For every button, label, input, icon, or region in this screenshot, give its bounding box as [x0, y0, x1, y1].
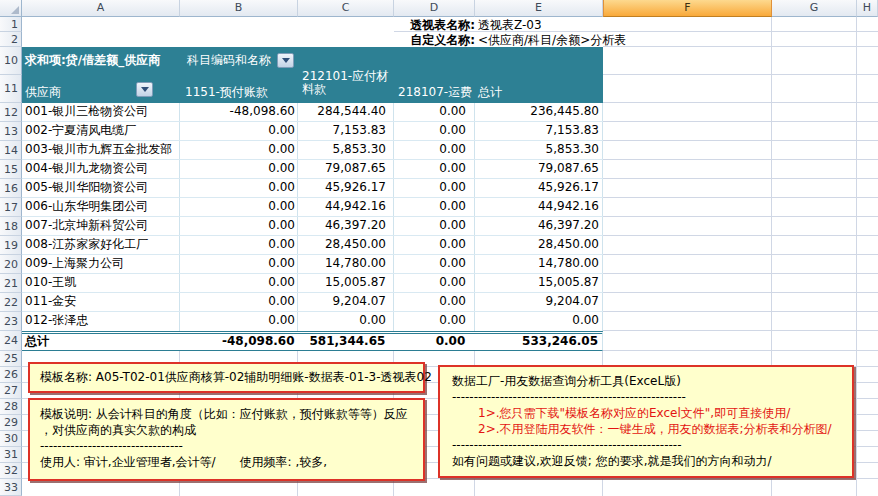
- value-cell[interactable]: 0.00: [180, 160, 298, 178]
- value-cell[interactable]: -48,098.60: [180, 103, 298, 121]
- pivot-column-field-label[interactable]: 科目编码和名称: [187, 52, 271, 68]
- value-cell[interactable]: 14,780.00: [298, 255, 394, 273]
- value-cell[interactable]: 15,005.87: [475, 274, 603, 292]
- row-header-26[interactable]: 26: [0, 367, 22, 383]
- row-header-25[interactable]: 25: [0, 351, 22, 367]
- total-value-cell[interactable]: 0.00: [393, 334, 474, 350]
- column-field-filter-dropdown[interactable]: [277, 53, 294, 68]
- value-cell[interactable]: 0.00: [394, 293, 475, 311]
- row-header-32[interactable]: 32: [0, 463, 22, 479]
- row-header-22[interactable]: 22: [0, 293, 22, 312]
- pivot-name-value[interactable]: 透视表Z-03: [478, 18, 542, 32]
- supplier-cell[interactable]: 011-金安: [22, 293, 180, 311]
- value-cell[interactable]: 44,942.16: [475, 198, 603, 216]
- value-cell[interactable]: 0.00: [180, 312, 298, 331]
- column-header-G[interactable]: G: [772, 0, 857, 17]
- value-cell[interactable]: 0.00: [180, 293, 298, 311]
- value-cell[interactable]: 0.00: [394, 312, 475, 331]
- row-header-28[interactable]: 28: [0, 399, 22, 415]
- pivot-column-header[interactable]: 218107-运费: [398, 84, 472, 100]
- value-cell[interactable]: 0.00: [180, 122, 298, 140]
- supplier-cell[interactable]: 003-银川市九辉五金批发部: [22, 141, 180, 159]
- total-value-cell[interactable]: 581,344.65: [298, 334, 394, 350]
- value-cell[interactable]: 0.00: [394, 217, 475, 235]
- value-cell[interactable]: 45,926.17: [298, 179, 394, 197]
- supplier-cell[interactable]: 006-山东华明集团公司: [22, 198, 180, 216]
- value-cell[interactable]: 0.00: [394, 103, 475, 121]
- total-value-cell[interactable]: -48,098.60: [180, 334, 298, 350]
- value-cell[interactable]: 7,153.83: [475, 122, 603, 140]
- row-header-19[interactable]: 19: [0, 236, 22, 255]
- row-header-23[interactable]: 23: [0, 312, 22, 331]
- value-cell[interactable]: 5,853.30: [298, 141, 394, 159]
- column-header-F[interactable]: F: [603, 0, 772, 17]
- column-header-C[interactable]: C: [298, 0, 394, 17]
- row-header-14[interactable]: 14: [0, 141, 22, 160]
- supplier-cell[interactable]: 004-银川九龙物资公司: [22, 160, 180, 178]
- template-name-box[interactable]: 模板名称: A05-T02-01供应商核算-02辅助明细账-数据表-01-3-透…: [28, 362, 425, 393]
- value-cell[interactable]: 45,926.17: [475, 179, 603, 197]
- value-cell[interactable]: 0.00: [475, 312, 603, 331]
- value-cell[interactable]: 0.00: [394, 236, 475, 254]
- value-cell[interactable]: 0.00: [394, 255, 475, 273]
- row-header-10[interactable]: 10: [0, 47, 22, 75]
- select-all-corner[interactable]: [0, 0, 22, 17]
- row-header-13[interactable]: 13: [0, 122, 22, 141]
- value-cell[interactable]: 0.00: [394, 198, 475, 216]
- value-cell[interactable]: 236,445.80: [475, 103, 603, 121]
- row-header-15[interactable]: 15: [0, 160, 22, 179]
- value-cell[interactable]: 9,204.07: [475, 293, 603, 311]
- column-header-E[interactable]: E: [475, 0, 603, 17]
- row-header-21[interactable]: 21: [0, 274, 22, 293]
- custom-name-label[interactable]: 自定义名称:: [330, 33, 475, 47]
- row-header-18[interactable]: 18: [0, 217, 22, 236]
- value-cell[interactable]: 46,397.20: [475, 217, 603, 235]
- pivot-column-header[interactable]: 212101-应付材料款: [302, 70, 390, 97]
- value-cell[interactable]: 0.00: [180, 179, 298, 197]
- row-header-11[interactable]: 11: [0, 75, 22, 103]
- supplier-cell[interactable]: 008-江苏家家好化工厂: [22, 236, 180, 254]
- column-header-H[interactable]: H: [857, 0, 878, 17]
- value-cell[interactable]: 0.00: [180, 274, 298, 292]
- row-header-20[interactable]: 20: [0, 255, 22, 274]
- pivot-column-header[interactable]: 1151-预付账款: [185, 84, 268, 100]
- value-cell[interactable]: 7,153.83: [298, 122, 394, 140]
- value-cell[interactable]: 0.00: [394, 274, 475, 292]
- supplier-cell[interactable]: 012-张泽忠: [22, 312, 180, 331]
- supplier-cell[interactable]: 005-银川华阳物资公司: [22, 179, 180, 197]
- value-cell[interactable]: 0.00: [180, 217, 298, 235]
- column-header-B[interactable]: B: [180, 0, 298, 17]
- row-header-2[interactable]: 2: [0, 32, 22, 47]
- pivot-name-label[interactable]: 透视表名称:: [330, 18, 475, 32]
- pivot-column-header[interactable]: 总计: [478, 84, 502, 100]
- value-cell[interactable]: 46,397.20: [298, 217, 394, 235]
- supplier-cell[interactable]: 009-上海聚力公司: [22, 255, 180, 273]
- value-cell[interactable]: 28,450.00: [475, 236, 603, 254]
- tool-info-box[interactable]: 数据工厂-用友数据查询分析工具(ExceL版) ----------------…: [438, 365, 854, 478]
- value-cell[interactable]: 0.00: [394, 122, 475, 140]
- value-cell[interactable]: 0.00: [180, 236, 298, 254]
- value-cell[interactable]: 0.00: [180, 141, 298, 159]
- row-header-1[interactable]: 1: [0, 17, 22, 32]
- value-cell[interactable]: 0.00: [394, 141, 475, 159]
- value-cell[interactable]: 28,450.00: [298, 236, 394, 254]
- column-header-A[interactable]: A: [22, 0, 180, 17]
- supplier-cell[interactable]: 002-宁夏清风电缆厂: [22, 122, 180, 140]
- row-header-12[interactable]: 12: [0, 103, 22, 122]
- template-description-box[interactable]: 模板说明: 从会计科目的角度（比如：应付账款，预付账款等等）反应 ，对供应商的真…: [28, 398, 425, 481]
- total-value-cell[interactable]: 533,246.05: [474, 334, 602, 350]
- supplier-cell[interactable]: 010-王凯: [22, 274, 180, 292]
- pivot-value-field-label[interactable]: 求和项:贷/借差额_供应商: [25, 52, 160, 68]
- row-header-30[interactable]: 30: [0, 431, 22, 447]
- row-header-33[interactable]: 33: [0, 479, 22, 496]
- value-cell[interactable]: 0.00: [180, 198, 298, 216]
- value-cell[interactable]: 9,204.07: [298, 293, 394, 311]
- value-cell[interactable]: 5,853.30: [475, 141, 603, 159]
- column-header-D[interactable]: D: [394, 0, 475, 17]
- value-cell[interactable]: 44,942.16: [298, 198, 394, 216]
- row-header-17[interactable]: 17: [0, 198, 22, 217]
- value-cell[interactable]: 79,087.65: [298, 160, 394, 178]
- value-cell[interactable]: 284,544.40: [298, 103, 394, 121]
- pivot-row-field-label[interactable]: 供应商: [25, 84, 61, 100]
- value-cell[interactable]: 79,087.65: [475, 160, 603, 178]
